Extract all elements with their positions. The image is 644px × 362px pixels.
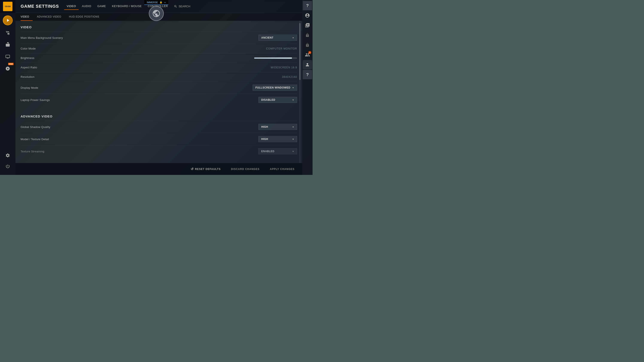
sidebar-icon-settings[interactable] bbox=[3, 151, 13, 160]
sidebar-icon-antenna[interactable] bbox=[3, 28, 13, 37]
sidebar-icon-new[interactable] bbox=[3, 64, 13, 73]
lock-icon: 🔒 bbox=[160, 1, 162, 4]
search-tab[interactable]: Search bbox=[171, 3, 193, 10]
label-display-mode: Display Mode bbox=[20, 86, 38, 89]
main-area: GAME SETTINGS Video Audio Game Keyboard … bbox=[16, 0, 302, 175]
value-texture-detail: HIGH bbox=[261, 138, 268, 141]
value-texture-streaming: ENABLED bbox=[261, 150, 274, 153]
right-icon-help2[interactable]: ? bbox=[303, 70, 312, 79]
setting-row-display-mode: Display Mode FULLSCREEN WINDOWED ▼ bbox=[20, 81, 297, 94]
dropdown-laptop-power[interactable]: DISABLED ▼ bbox=[258, 97, 297, 103]
discard-label: DISCARD CHANGES bbox=[231, 168, 260, 171]
top-notification-bar[interactable]: IMMERSE 🔒 + bbox=[144, 0, 168, 5]
tab-keyboard-mouse[interactable]: Keyboard / Mouse bbox=[110, 3, 144, 10]
cs-logo[interactable]: CS:GO bbox=[3, 2, 12, 11]
logo-area: CS:GO bbox=[0, 0, 16, 13]
apply-changes-button[interactable]: APPLY CHANGES bbox=[267, 166, 297, 172]
chevron-shadow-quality: ▼ bbox=[292, 126, 294, 128]
brightness-slider[interactable] bbox=[254, 57, 297, 59]
sub-tab-advanced-video[interactable]: Advanced Video bbox=[37, 13, 64, 21]
right-icon-lock2[interactable] bbox=[303, 40, 312, 50]
value-main-menu-bg: ANCIENT bbox=[261, 36, 274, 39]
logo-text: CS:GO bbox=[5, 5, 10, 7]
scroll-thumb bbox=[299, 23, 300, 80]
label-shadow-quality: Global Shadow Quality bbox=[20, 125, 50, 129]
value-aspect-ratio: WIDESCREEN 16:9 bbox=[271, 66, 297, 69]
right-icon-avatar[interactable] bbox=[303, 11, 312, 20]
label-brightness: Brightness bbox=[20, 56, 34, 60]
apply-label: APPLY CHANGES bbox=[270, 168, 294, 171]
chevron-main-menu-bg: ▼ bbox=[292, 37, 294, 39]
right-sidebar: ? 2 ? bbox=[302, 0, 312, 175]
search-label: Search bbox=[178, 5, 190, 8]
add-icon[interactable]: + bbox=[164, 1, 166, 4]
advanced-video-section-title: Advanced Video bbox=[20, 110, 297, 121]
label-laptop-power: Laptop Power Savings bbox=[20, 98, 50, 102]
sub-tab-hud-edge[interactable]: HUD Edge Positions bbox=[69, 13, 102, 21]
value-shadow-quality: HIGH bbox=[261, 125, 268, 128]
bottom-bar: ↺ RESET DEFAULTS DISCARD CHANGES APPLY C… bbox=[16, 163, 302, 175]
setting-row-brightness: Brightness bbox=[20, 53, 297, 63]
setting-row-texture-streaming: Texture Streaming ENABLED ▼ bbox=[20, 145, 297, 157]
dropdown-texture-streaming[interactable]: ENABLED ▼ bbox=[258, 148, 297, 154]
label-resolution: Resolution bbox=[20, 75, 34, 78]
setting-row-aspect-ratio: Aspect Ratio WIDESCREEN 16:9 bbox=[20, 63, 297, 72]
label-color-mode: Color Mode bbox=[20, 47, 36, 50]
dropdown-texture-detail[interactable]: HIGH ▼ bbox=[258, 136, 297, 142]
chevron-texture-streaming: ▼ bbox=[292, 150, 294, 153]
page-title: GAME SETTINGS bbox=[20, 4, 59, 9]
setting-row-color-mode: Color Mode COMPUTER MONITOR bbox=[20, 44, 297, 53]
dropdown-display-mode[interactable]: FULLSCREEN WINDOWED ▼ bbox=[253, 85, 297, 91]
value-resolution: 3840X2160 bbox=[282, 75, 297, 78]
chevron-display-mode: ▼ bbox=[292, 87, 294, 89]
play-button[interactable] bbox=[3, 15, 13, 25]
svg-marker-0 bbox=[7, 19, 9, 22]
sidebar-icon-power[interactable] bbox=[3, 161, 13, 171]
immerse-label: IMMERSE bbox=[147, 1, 158, 4]
chevron-laptop-power: ▼ bbox=[292, 99, 294, 101]
sidebar-bottom bbox=[3, 149, 13, 172]
dropdown-main-menu-bg[interactable]: ANCIENT ▼ bbox=[258, 35, 297, 41]
label-main-menu-bg: Main Menu Background Scenery bbox=[20, 36, 63, 39]
brightness-fill bbox=[254, 57, 292, 59]
setting-row-shadow-quality: Global Shadow Quality HIGH ▼ bbox=[20, 121, 297, 133]
right-icon-lock1[interactable] bbox=[303, 30, 312, 40]
right-icon-rank[interactable] bbox=[303, 20, 312, 30]
video-section-title: Video bbox=[20, 21, 297, 31]
value-color-mode: COMPUTER MONITOR bbox=[266, 47, 297, 50]
setting-row-laptop-power: Laptop Power Savings DISABLED ▼ bbox=[20, 94, 297, 106]
right-icon-help[interactable]: ? bbox=[303, 1, 312, 10]
label-aspect-ratio: Aspect Ratio bbox=[20, 66, 37, 69]
label-texture-detail: Model / Texture Detail bbox=[20, 138, 49, 141]
settings-content: Video Main Menu Background Scenery ANCIE… bbox=[16, 21, 302, 175]
scrollbar[interactable] bbox=[299, 21, 300, 163]
reset-defaults-button[interactable]: ↺ RESET DEFAULTS bbox=[188, 165, 223, 173]
tab-video[interactable]: Video bbox=[64, 3, 78, 10]
nav-tabs: Video Audio Game Keyboard / Mouse Contro… bbox=[64, 3, 193, 10]
chevron-texture-detail: ▼ bbox=[292, 138, 294, 140]
left-sidebar: CS:GO bbox=[0, 0, 16, 175]
globe-icon-button[interactable] bbox=[149, 6, 164, 21]
dropdown-shadow-quality[interactable]: HIGH ▼ bbox=[258, 124, 297, 130]
label-texture-streaming: Texture Streaming bbox=[20, 150, 44, 153]
right-icon-friends[interactable]: 2 bbox=[303, 50, 312, 60]
tab-audio[interactable]: Audio bbox=[80, 3, 94, 10]
sidebar-icon-watch[interactable] bbox=[3, 52, 13, 61]
right-icon-profile[interactable] bbox=[303, 60, 312, 69]
globe-icon bbox=[152, 9, 160, 18]
reset-icon: ↺ bbox=[190, 167, 194, 171]
value-laptop-power: DISABLED bbox=[261, 98, 275, 101]
setting-row-texture-detail: Model / Texture Detail HIGH ▼ bbox=[20, 133, 297, 145]
setting-row-main-menu-bg: Main Menu Background Scenery ANCIENT ▼ bbox=[20, 31, 297, 44]
search-icon bbox=[174, 5, 177, 8]
friends-badge: 2 bbox=[308, 51, 311, 54]
tab-game[interactable]: Game bbox=[95, 3, 108, 10]
sub-tab-video[interactable]: Video bbox=[20, 13, 33, 21]
sidebar-icon-inventory[interactable] bbox=[3, 40, 13, 49]
value-display-mode: FULLSCREEN WINDOWED bbox=[256, 86, 290, 89]
setting-row-resolution: Resolution 3840X2160 bbox=[20, 72, 297, 81]
discard-changes-button[interactable]: DISCARD CHANGES bbox=[228, 166, 262, 172]
reset-label: RESET DEFAULTS bbox=[195, 168, 221, 171]
